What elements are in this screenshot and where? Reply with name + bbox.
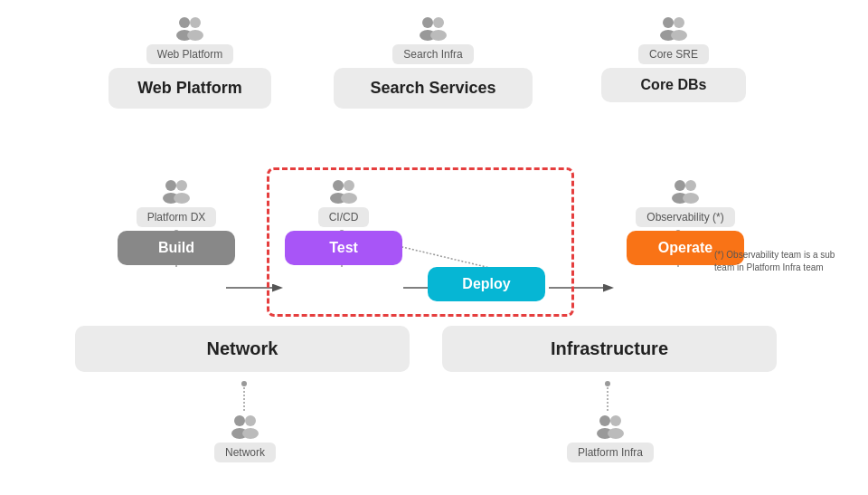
svg-point-20 [179, 17, 190, 28]
platform-infra-people-icon [592, 412, 628, 439]
node-deploy: Deploy [423, 267, 550, 301]
svg-point-51 [608, 428, 624, 439]
svg-point-50 [610, 415, 621, 426]
cicd-people-icon [326, 176, 362, 204]
svg-point-34 [176, 180, 187, 191]
svg-point-43 [683, 193, 699, 204]
network-sub-team-label: Network [214, 443, 276, 462]
core-dbs-box: Core DBs [601, 68, 746, 102]
node-core-dbs: Core SRE Core DBs [597, 14, 750, 102]
svg-point-46 [245, 415, 256, 426]
web-platform-team-label: Web Platform [146, 44, 233, 64]
svg-point-16 [241, 381, 247, 386]
network-section-box: Network [75, 326, 410, 372]
core-sre-people-icon [656, 14, 692, 41]
network-people-icon [227, 412, 263, 439]
observability-people-icon [667, 176, 703, 204]
node-build: Platform DX Build [99, 176, 253, 265]
platform-dx-team-label: Platform DX [137, 207, 217, 227]
svg-point-44 [234, 415, 245, 426]
node-infrastructure-subteam: Platform Infra [542, 412, 678, 462]
infrastructure-section-box: Infrastructure [442, 326, 777, 372]
web-platform-people-icon [172, 14, 208, 41]
svg-point-38 [344, 180, 354, 191]
svg-point-39 [341, 193, 357, 204]
svg-point-47 [242, 428, 259, 439]
svg-point-24 [422, 17, 433, 28]
search-infra-team-label: Search Infra [392, 44, 473, 64]
web-platform-box: Web Platform [108, 68, 271, 109]
platform-dx-people-icon [158, 176, 194, 204]
diagram: Web Platform Web Platform Search Infra S… [0, 0, 868, 495]
node-network-subteam: Network [177, 412, 313, 462]
observability-note: (*) Observability team is a sub team in … [714, 249, 854, 274]
test-box: Test [285, 231, 402, 265]
node-network-section: Network [71, 326, 414, 372]
svg-point-23 [187, 30, 203, 41]
cicd-team-label: CI/CD [318, 207, 370, 227]
node-search-services: Search Infra Search Services [352, 14, 514, 109]
build-box: Build [118, 231, 235, 265]
node-web-platform: Web Platform Web Platform [108, 14, 271, 109]
svg-point-32 [165, 180, 176, 191]
deploy-box: Deploy [428, 267, 545, 301]
svg-point-40 [675, 180, 685, 191]
svg-point-35 [174, 193, 190, 204]
search-services-box: Search Services [334, 68, 533, 109]
platform-infra-sub-team-label: Platform Infra [567, 443, 654, 462]
svg-point-36 [333, 180, 344, 191]
svg-point-22 [190, 17, 201, 28]
observability-team-label: Observability (*) [636, 207, 734, 227]
svg-point-30 [674, 17, 684, 28]
core-sre-team-label: Core SRE [638, 44, 709, 64]
svg-point-18 [605, 381, 610, 386]
svg-point-28 [663, 17, 674, 28]
node-test: CI/CD Test [271, 176, 416, 265]
svg-point-27 [430, 30, 447, 41]
svg-point-26 [433, 17, 444, 28]
svg-point-31 [671, 30, 687, 41]
svg-point-48 [599, 415, 610, 426]
svg-point-42 [685, 180, 696, 191]
node-infrastructure-section: Infrastructure [438, 326, 781, 372]
search-services-people-icon [415, 14, 451, 41]
